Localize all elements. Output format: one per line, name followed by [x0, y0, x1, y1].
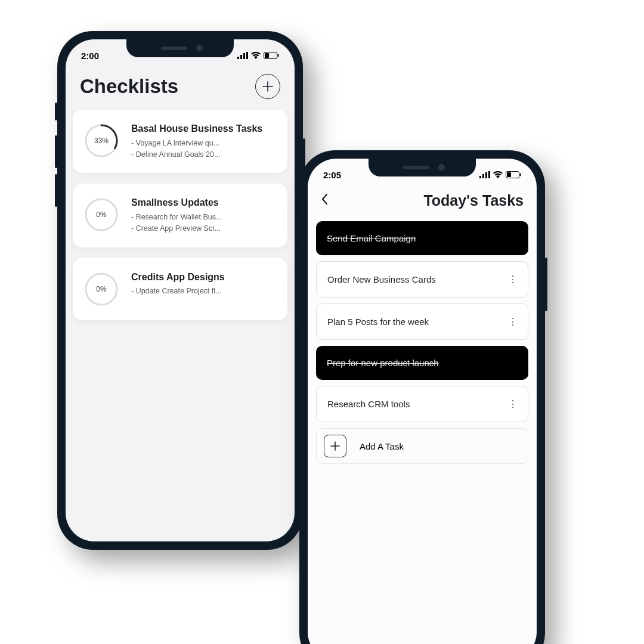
svg-rect-1: [240, 55, 242, 59]
task-item[interactable]: Order New Business Cards ⋮: [316, 261, 528, 298]
status-time: 2:00: [81, 51, 99, 61]
add-task-button[interactable]: [324, 435, 346, 457]
page-title: Checklists: [80, 75, 178, 98]
checklists-header: Checklists: [66, 66, 295, 110]
progress-ring: 0%: [83, 271, 119, 307]
status-icons: [479, 171, 521, 178]
plus-icon: [262, 81, 273, 92]
status-time: 2:05: [323, 170, 341, 180]
progress-percent: 33%: [83, 123, 119, 159]
task-label: Send Email Campaign: [327, 233, 416, 243]
progress-percent: 0%: [83, 271, 119, 307]
wifi-icon: [251, 52, 261, 59]
battery-icon: [506, 171, 521, 178]
add-task-row[interactable]: Add A Task: [316, 428, 528, 464]
task-item[interactable]: Prep for new product launch: [316, 346, 528, 380]
task-item[interactable]: Send Email Campaign: [316, 221, 528, 255]
task-item[interactable]: Research CRM tools ⋮: [316, 386, 528, 422]
svg-rect-0: [237, 57, 239, 59]
checklist-preview: - Create App Preview Scr...: [131, 223, 277, 234]
checklist-card[interactable]: 0% Smallness Updates - Research for Wall…: [73, 184, 287, 247]
task-menu-button[interactable]: ⋮: [508, 316, 517, 327]
svg-rect-11: [479, 176, 481, 178]
status-icons: [237, 52, 279, 59]
checklist-card[interactable]: 33% Basal House Business Tasks - Voyage …: [73, 110, 287, 173]
checklist-preview: - Research for Wallet Bus...: [131, 212, 277, 223]
progress-percent: 0%: [83, 197, 119, 233]
signal-icon: [237, 52, 248, 59]
svg-rect-16: [507, 172, 511, 177]
task-item[interactable]: Plan 5 Posts for the week ⋮: [316, 304, 528, 340]
task-list: Send Email Campaign Order New Business C…: [308, 218, 537, 467]
notch: [369, 159, 476, 177]
page-title: Today's Tasks: [334, 192, 524, 209]
task-label: Order New Business Cards: [327, 274, 436, 284]
checklist-preview: - Update Create Project fl...: [131, 286, 277, 297]
signal-icon: [479, 171, 490, 178]
back-button[interactable]: [321, 193, 334, 209]
svg-rect-14: [488, 171, 490, 178]
chevron-left-icon: [321, 193, 328, 205]
checklist-title: Smallness Updates: [131, 197, 277, 209]
checklist-title: Basal House Business Tasks: [131, 123, 277, 135]
task-label: Prep for new product launch: [327, 358, 439, 368]
phone-tasks: 2:05 Today's Tasks Send Email Campaign O…: [299, 150, 545, 644]
svg-rect-3: [246, 52, 248, 59]
progress-ring: 33%: [83, 123, 119, 159]
task-label: Plan 5 Posts for the week: [327, 317, 429, 327]
progress-ring: 0%: [83, 197, 119, 233]
svg-rect-5: [265, 53, 269, 58]
tasks-header: Today's Tasks: [308, 185, 537, 218]
add-task-label: Add A Task: [360, 441, 404, 451]
task-menu-button[interactable]: ⋮: [508, 398, 517, 410]
checklist-preview: - Define Annual Goals 20...: [131, 149, 277, 160]
plus-icon: [330, 441, 340, 451]
wifi-icon: [493, 171, 503, 178]
task-menu-button[interactable]: ⋮: [508, 274, 517, 285]
checklist-card[interactable]: 0% Credits App Designs - Update Create P…: [73, 258, 287, 320]
svg-rect-13: [485, 172, 487, 178]
svg-rect-6: [278, 54, 279, 57]
svg-rect-17: [520, 174, 521, 177]
phone-checklists: 2:00 Checklists 33%: [57, 31, 303, 550]
checklist-title: Credits App Designs: [131, 271, 277, 284]
svg-rect-12: [482, 174, 484, 178]
task-label: Research CRM tools: [327, 399, 410, 409]
checklist-preview: - Voyage LA interview qu...: [131, 138, 277, 149]
svg-rect-2: [243, 53, 245, 59]
battery-icon: [264, 52, 279, 59]
add-checklist-button[interactable]: [255, 74, 280, 99]
checklist-cards: 33% Basal House Business Tasks - Voyage …: [66, 110, 295, 320]
notch: [126, 39, 234, 57]
